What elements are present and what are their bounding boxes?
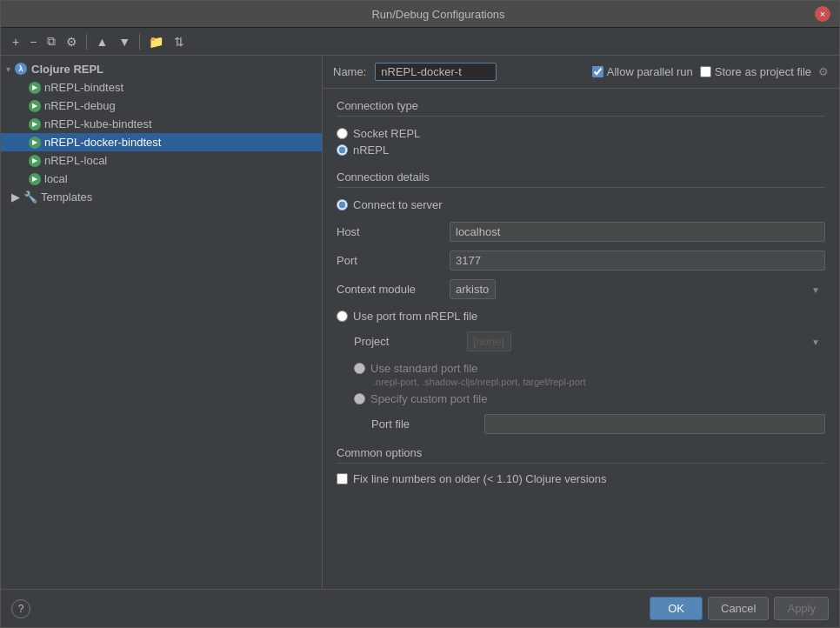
fix-line-numbers-checkbox[interactable] bbox=[337, 473, 348, 484]
config-options: Allow parallel run Store as project file… bbox=[592, 65, 829, 78]
port-file-row: Port file bbox=[371, 414, 825, 434]
use-port-from-nrepl-option[interactable]: Use port from nREPL file bbox=[337, 308, 825, 324]
connection-type-group: Socket REPL nREPL bbox=[337, 125, 825, 158]
ok-button[interactable]: OK bbox=[650, 597, 703, 620]
config-header: Name: Allow parallel run Store as projec… bbox=[323, 56, 839, 89]
standard-port-hint: .nrepl-port, .shadow-cljs/nrepl.port, ta… bbox=[373, 377, 825, 387]
tree-item-nrepl-kube[interactable]: ▶ nREPL-kube-bindtest bbox=[1, 115, 322, 133]
store-as-project-checkbox[interactable] bbox=[700, 66, 711, 77]
fix-line-numbers-option[interactable]: Fix line numbers on older (< 1.10) Cloju… bbox=[337, 472, 825, 485]
templates-arrow: ▶ bbox=[11, 190, 20, 204]
title-bar: Run/Debug Configurations × bbox=[1, 1, 839, 28]
port-file-input[interactable] bbox=[484, 414, 825, 434]
context-module-row: Context module arkisto ▼ bbox=[337, 279, 825, 299]
run-debug-dialog: Run/Debug Configurations × + − ⧉ ⚙ ▲ ▼ 📁… bbox=[0, 0, 840, 628]
tree-item-nrepl-bindtest[interactable]: ▶ nREPL-bindtest bbox=[1, 78, 322, 97]
right-panel: Name: Allow parallel run Store as projec… bbox=[323, 56, 839, 589]
use-port-from-nrepl-label: Use port from nREPL file bbox=[353, 310, 477, 323]
connection-type-title: Connection type bbox=[337, 99, 825, 117]
project-label: Project bbox=[354, 335, 458, 348]
nrepl-file-subsection: Project [none] ▼ Use standard port file … bbox=[354, 331, 825, 434]
move-down-button[interactable]: ▼ bbox=[114, 32, 135, 51]
tree-item-label: local bbox=[44, 172, 68, 185]
tree-templates[interactable]: ▶ 🔧 Templates bbox=[1, 188, 322, 206]
select-arrow-icon: ▼ bbox=[811, 284, 820, 294]
fix-line-numbers-label: Fix line numbers on older (< 1.10) Cloju… bbox=[353, 472, 607, 485]
settings-button[interactable]: ⚙ bbox=[62, 32, 82, 51]
remove-config-button[interactable]: − bbox=[25, 32, 41, 51]
cancel-button[interactable]: Cancel bbox=[708, 597, 769, 620]
nrepl-option[interactable]: nREPL bbox=[337, 142, 825, 158]
gear-icon[interactable]: ⚙ bbox=[818, 65, 829, 78]
bottom-actions: OK Cancel Apply bbox=[650, 597, 829, 620]
move-up-button[interactable]: ▲ bbox=[91, 32, 112, 51]
host-label: Host bbox=[337, 225, 441, 238]
nrepl-icon-4: ▶ bbox=[29, 137, 41, 149]
wrench-icon: 🔧 bbox=[23, 190, 37, 204]
specify-custom-label: Specify custom port file bbox=[370, 392, 487, 405]
specify-custom-radio[interactable] bbox=[354, 393, 365, 404]
left-panel: ▾ λ Clojure REPL ▶ nREPL-bindtest ▶ nREP… bbox=[1, 56, 323, 589]
common-options-section: Common options Fix line numbers on older… bbox=[337, 446, 825, 485]
use-standard-port-label: Use standard port file bbox=[370, 362, 478, 375]
tree-group-header[interactable]: ▾ λ Clojure REPL bbox=[1, 59, 322, 78]
connect-to-server-option[interactable]: Connect to server bbox=[337, 197, 825, 213]
nrepl-radio[interactable] bbox=[337, 144, 348, 156]
tree-item-nrepl-local[interactable]: ▶ nREPL-local bbox=[1, 151, 322, 170]
use-standard-port-radio[interactable] bbox=[354, 363, 365, 374]
use-port-from-nrepl-radio[interactable] bbox=[337, 311, 348, 322]
host-input[interactable] bbox=[450, 222, 825, 242]
port-file-label: Port file bbox=[371, 418, 476, 431]
bottom-bar: ? OK Cancel Apply bbox=[1, 589, 839, 627]
nrepl-icon-3: ▶ bbox=[29, 118, 41, 130]
apply-button[interactable]: Apply bbox=[774, 597, 829, 620]
project-select[interactable]: [none] bbox=[467, 331, 511, 351]
tree-item-nrepl-docker[interactable]: ▶ nREPL-docker-bindtest bbox=[1, 133, 322, 151]
sort-button[interactable]: ⇅ bbox=[170, 32, 189, 51]
tree-item-local[interactable]: ▶ local bbox=[1, 170, 322, 188]
name-input[interactable] bbox=[375, 63, 497, 81]
store-as-project-text: Store as project file bbox=[715, 65, 811, 78]
main-content: ▾ λ Clojure REPL ▶ nREPL-bindtest ▶ nREP… bbox=[1, 56, 839, 589]
tree-item-label: nREPL-local bbox=[44, 154, 107, 167]
connect-to-server-label: Connect to server bbox=[353, 198, 443, 211]
allow-parallel-checkbox[interactable] bbox=[592, 66, 603, 77]
context-module-label: Context module bbox=[337, 283, 441, 296]
dialog-title: Run/Debug Configurations bbox=[62, 8, 815, 21]
socket-repl-label: Socket REPL bbox=[353, 127, 420, 140]
allow-parallel-label[interactable]: Allow parallel run bbox=[592, 65, 693, 78]
store-as-project-label[interactable]: Store as project file bbox=[700, 65, 811, 78]
help-button[interactable]: ? bbox=[11, 599, 30, 618]
specify-custom-option[interactable]: Specify custom port file bbox=[354, 391, 825, 407]
toolbar-separator bbox=[86, 34, 87, 50]
project-wrapper: [none] ▼ bbox=[467, 331, 825, 351]
config-body: Connection type Socket REPL nREPL Connec… bbox=[323, 89, 839, 589]
add-config-button[interactable]: + bbox=[8, 32, 23, 51]
port-input[interactable] bbox=[450, 251, 825, 271]
socket-repl-option[interactable]: Socket REPL bbox=[337, 125, 825, 142]
nrepl-icon-6: ▶ bbox=[29, 173, 41, 185]
copy-config-button[interactable]: ⧉ bbox=[43, 31, 60, 51]
tree-item-label: nREPL-debug bbox=[44, 99, 116, 112]
nrepl-label: nREPL bbox=[353, 144, 389, 157]
tree-group-label: Clojure REPL bbox=[31, 63, 103, 76]
tree-item-label: nREPL-docker-bindtest bbox=[44, 136, 161, 149]
clojure-icon: λ bbox=[14, 62, 28, 76]
port-row: Port bbox=[337, 251, 825, 271]
templates-label: Templates bbox=[41, 190, 92, 204]
common-options-title: Common options bbox=[337, 446, 825, 464]
socket-repl-radio[interactable] bbox=[337, 128, 348, 139]
connection-details-title: Connection details bbox=[337, 170, 825, 188]
allow-parallel-text: Allow parallel run bbox=[607, 65, 693, 78]
connect-to-server-radio[interactable] bbox=[337, 199, 348, 210]
tree-item-nrepl-debug[interactable]: ▶ nREPL-debug bbox=[1, 97, 322, 115]
context-module-wrapper: arkisto ▼ bbox=[450, 279, 825, 299]
use-standard-port-option[interactable]: Use standard port file bbox=[354, 360, 825, 377]
port-label: Port bbox=[337, 254, 441, 267]
toolbar: + − ⧉ ⚙ ▲ ▼ 📁 ⇅ bbox=[1, 28, 839, 56]
tree-item-label: nREPL-kube-bindtest bbox=[44, 117, 152, 130]
close-button[interactable]: × bbox=[815, 6, 830, 22]
folder-button[interactable]: 📁 bbox=[144, 32, 168, 51]
tree-group-clojure: ▾ λ Clojure REPL ▶ nREPL-bindtest ▶ nREP… bbox=[1, 59, 322, 188]
context-module-select[interactable]: arkisto bbox=[450, 279, 496, 299]
